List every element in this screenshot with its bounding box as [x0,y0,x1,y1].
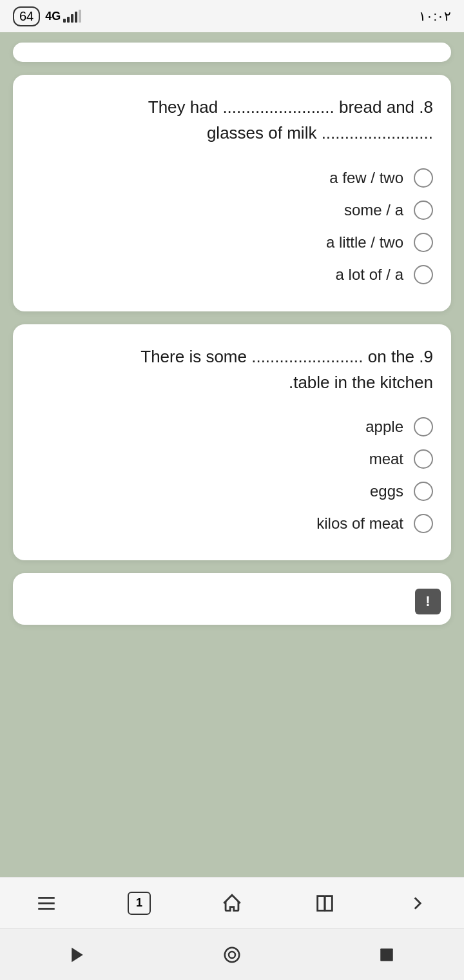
android-stop-button[interactable] [367,936,406,974]
home-icon [221,892,243,914]
bar3 [71,14,73,23]
q9-option-1-label: apple [365,418,403,436]
question-9-line2: table in the kitchen. [31,369,433,395]
q8-option-1[interactable]: a few / two [31,164,433,191]
question-8-text: 8. They had ........................ bre… [31,94,433,146]
q8-radio-2[interactable] [414,201,433,220]
q9-radio-3[interactable] [414,482,433,501]
q9-option-3[interactable]: eggs [31,478,433,505]
bar1 [63,19,66,23]
android-play-button[interactable] [58,936,97,974]
circle-home-icon [222,945,242,965]
partial-card-top [13,43,451,62]
next-button[interactable] [401,887,434,919]
question-9-line1: 9. There is some .......................… [31,344,433,369]
android-bar [0,928,464,980]
question-9-options: apple meat eggs kilos of meat [31,413,433,537]
stop-icon [378,946,395,963]
menu-icon [35,892,57,914]
q9-option-1[interactable]: apple [31,413,433,440]
question-9-text: 9. There is some .......................… [31,344,433,396]
signal-bars [63,10,81,23]
play-icon [68,945,87,965]
main-content: 8. They had ........................ bre… [0,32,464,877]
question-8-line2: ........................ glasses of milk [31,120,433,146]
q8-radio-1[interactable] [414,168,433,188]
question-8-card: 8. They had ........................ bre… [13,75,451,311]
svg-rect-6 [380,948,393,961]
home-button[interactable] [216,887,248,919]
q9-option-4-label: kilos of meat [316,514,403,533]
network-type: 4G [45,10,61,23]
status-bar: 64 4G ۱۰:۰۲ [0,0,464,32]
question-8-line1: 8. They had ........................ bre… [31,94,433,120]
chevron-right-icon [407,892,429,914]
svg-marker-3 [72,947,83,962]
bar2 [67,17,70,23]
signal-area: 4G [45,10,81,23]
q8-option-4[interactable]: a lot of / a [31,261,433,288]
q8-radio-4[interactable] [414,265,433,284]
q9-option-3-label: eggs [370,482,403,500]
book-button[interactable] [309,887,341,919]
q9-option-4[interactable]: kilos of meat [31,510,433,537]
q9-radio-4[interactable] [414,514,433,533]
status-left: 64 4G [13,6,81,26]
pages-icon: 1 [128,892,151,915]
bar4 [75,12,77,23]
q9-radio-2[interactable] [414,449,433,469]
nav-bar: 1 [0,877,464,928]
q9-option-2-label: meat [369,450,403,468]
q9-radio-1[interactable] [414,417,433,436]
question-8-options: a few / two some / a a little / two a lo… [31,164,433,288]
svg-point-4 [225,947,240,962]
q8-radio-3[interactable] [414,233,433,252]
battery-indicator: 64 [13,6,40,26]
q8-option-4-label: a lot of / a [336,266,403,284]
pages-button[interactable]: 1 [123,887,155,919]
partial-card-bottom: ! [13,573,451,625]
menu-button[interactable] [30,887,63,919]
q9-option-2[interactable]: meat [31,446,433,473]
status-time: ۱۰:۰۲ [419,8,451,24]
bar5 [79,10,81,23]
question-9-card: 9. There is some .......................… [13,324,451,561]
android-home-button[interactable] [213,936,251,974]
exclamation-button[interactable]: ! [415,589,441,614]
q8-option-2[interactable]: some / a [31,197,433,224]
svg-point-5 [229,952,235,958]
q8-option-3-label: a little / two [326,233,403,251]
q8-option-3[interactable]: a little / two [31,229,433,256]
book-icon [314,892,336,914]
q8-option-1-label: a few / two [329,169,403,187]
q8-option-2-label: some / a [344,201,403,219]
